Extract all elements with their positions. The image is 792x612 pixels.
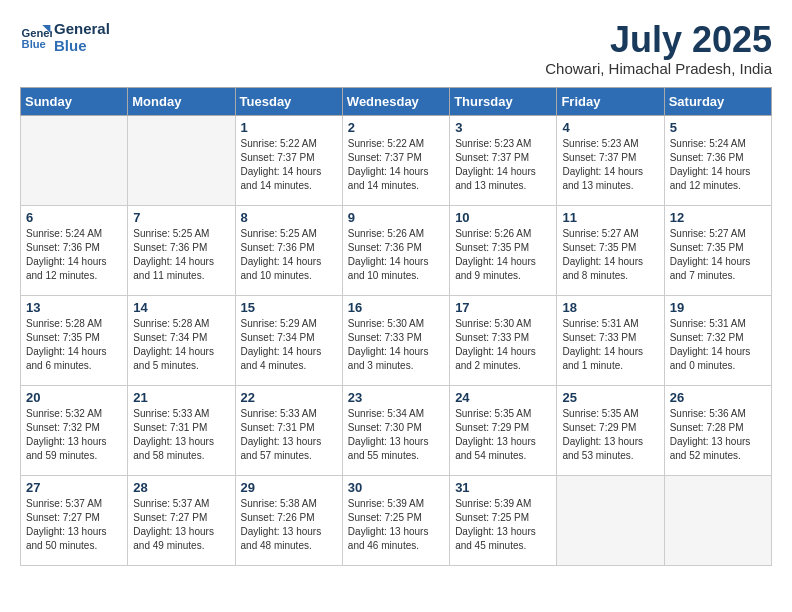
day-number: 23 xyxy=(348,390,444,405)
calendar-week-1: 1Sunrise: 5:22 AM Sunset: 7:37 PM Daylig… xyxy=(21,115,772,205)
day-info: Sunrise: 5:33 AM Sunset: 7:31 PM Dayligh… xyxy=(133,407,229,463)
day-number: 26 xyxy=(670,390,766,405)
day-number: 3 xyxy=(455,120,551,135)
day-number: 30 xyxy=(348,480,444,495)
calendar-cell: 31Sunrise: 5:39 AM Sunset: 7:25 PM Dayli… xyxy=(450,475,557,565)
month-year: July 2025 xyxy=(545,20,772,60)
day-number: 9 xyxy=(348,210,444,225)
day-info: Sunrise: 5:31 AM Sunset: 7:32 PM Dayligh… xyxy=(670,317,766,373)
svg-text:Blue: Blue xyxy=(22,38,46,50)
calendar-cell: 21Sunrise: 5:33 AM Sunset: 7:31 PM Dayli… xyxy=(128,385,235,475)
day-info: Sunrise: 5:22 AM Sunset: 7:37 PM Dayligh… xyxy=(348,137,444,193)
calendar-cell: 9Sunrise: 5:26 AM Sunset: 7:36 PM Daylig… xyxy=(342,205,449,295)
weekday-header-monday: Monday xyxy=(128,87,235,115)
day-number: 16 xyxy=(348,300,444,315)
day-info: Sunrise: 5:28 AM Sunset: 7:34 PM Dayligh… xyxy=(133,317,229,373)
logo-general: General xyxy=(54,20,110,37)
day-info: Sunrise: 5:31 AM Sunset: 7:33 PM Dayligh… xyxy=(562,317,658,373)
calendar-cell: 4Sunrise: 5:23 AM Sunset: 7:37 PM Daylig… xyxy=(557,115,664,205)
calendar-cell: 19Sunrise: 5:31 AM Sunset: 7:32 PM Dayli… xyxy=(664,295,771,385)
calendar-week-2: 6Sunrise: 5:24 AM Sunset: 7:36 PM Daylig… xyxy=(21,205,772,295)
day-info: Sunrise: 5:30 AM Sunset: 7:33 PM Dayligh… xyxy=(455,317,551,373)
calendar-cell xyxy=(128,115,235,205)
calendar-header-row: SundayMondayTuesdayWednesdayThursdayFrid… xyxy=(21,87,772,115)
day-info: Sunrise: 5:23 AM Sunset: 7:37 PM Dayligh… xyxy=(455,137,551,193)
day-info: Sunrise: 5:24 AM Sunset: 7:36 PM Dayligh… xyxy=(670,137,766,193)
weekday-header-thursday: Thursday xyxy=(450,87,557,115)
weekday-header-friday: Friday xyxy=(557,87,664,115)
calendar-cell: 17Sunrise: 5:30 AM Sunset: 7:33 PM Dayli… xyxy=(450,295,557,385)
calendar-cell xyxy=(557,475,664,565)
day-info: Sunrise: 5:37 AM Sunset: 7:27 PM Dayligh… xyxy=(133,497,229,553)
day-number: 14 xyxy=(133,300,229,315)
day-info: Sunrise: 5:33 AM Sunset: 7:31 PM Dayligh… xyxy=(241,407,337,463)
day-number: 10 xyxy=(455,210,551,225)
logo-icon: General Blue xyxy=(20,21,52,53)
title-block: July 2025 Chowari, Himachal Pradesh, Ind… xyxy=(545,20,772,77)
day-number: 18 xyxy=(562,300,658,315)
day-number: 17 xyxy=(455,300,551,315)
day-info: Sunrise: 5:27 AM Sunset: 7:35 PM Dayligh… xyxy=(670,227,766,283)
day-info: Sunrise: 5:29 AM Sunset: 7:34 PM Dayligh… xyxy=(241,317,337,373)
calendar-cell: 26Sunrise: 5:36 AM Sunset: 7:28 PM Dayli… xyxy=(664,385,771,475)
calendar-cell: 24Sunrise: 5:35 AM Sunset: 7:29 PM Dayli… xyxy=(450,385,557,475)
day-info: Sunrise: 5:39 AM Sunset: 7:25 PM Dayligh… xyxy=(455,497,551,553)
day-number: 22 xyxy=(241,390,337,405)
calendar-cell xyxy=(21,115,128,205)
day-number: 12 xyxy=(670,210,766,225)
day-info: Sunrise: 5:25 AM Sunset: 7:36 PM Dayligh… xyxy=(241,227,337,283)
day-number: 21 xyxy=(133,390,229,405)
calendar-cell: 29Sunrise: 5:38 AM Sunset: 7:26 PM Dayli… xyxy=(235,475,342,565)
page-header: General Blue General Blue July 2025 Chow… xyxy=(20,20,772,77)
day-number: 20 xyxy=(26,390,122,405)
calendar-cell: 23Sunrise: 5:34 AM Sunset: 7:30 PM Dayli… xyxy=(342,385,449,475)
calendar-cell: 28Sunrise: 5:37 AM Sunset: 7:27 PM Dayli… xyxy=(128,475,235,565)
logo-blue: Blue xyxy=(54,37,110,54)
day-number: 13 xyxy=(26,300,122,315)
day-info: Sunrise: 5:24 AM Sunset: 7:36 PM Dayligh… xyxy=(26,227,122,283)
calendar-cell: 15Sunrise: 5:29 AM Sunset: 7:34 PM Dayli… xyxy=(235,295,342,385)
day-info: Sunrise: 5:22 AM Sunset: 7:37 PM Dayligh… xyxy=(241,137,337,193)
day-info: Sunrise: 5:39 AM Sunset: 7:25 PM Dayligh… xyxy=(348,497,444,553)
calendar-cell: 13Sunrise: 5:28 AM Sunset: 7:35 PM Dayli… xyxy=(21,295,128,385)
day-info: Sunrise: 5:25 AM Sunset: 7:36 PM Dayligh… xyxy=(133,227,229,283)
calendar-cell: 14Sunrise: 5:28 AM Sunset: 7:34 PM Dayli… xyxy=(128,295,235,385)
day-number: 5 xyxy=(670,120,766,135)
day-info: Sunrise: 5:30 AM Sunset: 7:33 PM Dayligh… xyxy=(348,317,444,373)
calendar-cell: 10Sunrise: 5:26 AM Sunset: 7:35 PM Dayli… xyxy=(450,205,557,295)
day-number: 11 xyxy=(562,210,658,225)
weekday-header-sunday: Sunday xyxy=(21,87,128,115)
calendar-cell: 18Sunrise: 5:31 AM Sunset: 7:33 PM Dayli… xyxy=(557,295,664,385)
day-number: 25 xyxy=(562,390,658,405)
day-number: 24 xyxy=(455,390,551,405)
day-info: Sunrise: 5:37 AM Sunset: 7:27 PM Dayligh… xyxy=(26,497,122,553)
day-info: Sunrise: 5:27 AM Sunset: 7:35 PM Dayligh… xyxy=(562,227,658,283)
day-info: Sunrise: 5:32 AM Sunset: 7:32 PM Dayligh… xyxy=(26,407,122,463)
weekday-header-tuesday: Tuesday xyxy=(235,87,342,115)
calendar-cell: 3Sunrise: 5:23 AM Sunset: 7:37 PM Daylig… xyxy=(450,115,557,205)
weekday-header-saturday: Saturday xyxy=(664,87,771,115)
calendar-week-4: 20Sunrise: 5:32 AM Sunset: 7:32 PM Dayli… xyxy=(21,385,772,475)
day-number: 15 xyxy=(241,300,337,315)
calendar-cell xyxy=(664,475,771,565)
location: Chowari, Himachal Pradesh, India xyxy=(545,60,772,77)
day-info: Sunrise: 5:35 AM Sunset: 7:29 PM Dayligh… xyxy=(562,407,658,463)
calendar-week-5: 27Sunrise: 5:37 AM Sunset: 7:27 PM Dayli… xyxy=(21,475,772,565)
calendar-cell: 16Sunrise: 5:30 AM Sunset: 7:33 PM Dayli… xyxy=(342,295,449,385)
day-number: 2 xyxy=(348,120,444,135)
day-number: 4 xyxy=(562,120,658,135)
day-info: Sunrise: 5:26 AM Sunset: 7:35 PM Dayligh… xyxy=(455,227,551,283)
calendar-cell: 8Sunrise: 5:25 AM Sunset: 7:36 PM Daylig… xyxy=(235,205,342,295)
day-info: Sunrise: 5:38 AM Sunset: 7:26 PM Dayligh… xyxy=(241,497,337,553)
logo: General Blue General Blue xyxy=(20,20,110,55)
day-number: 1 xyxy=(241,120,337,135)
day-number: 7 xyxy=(133,210,229,225)
calendar-cell: 27Sunrise: 5:37 AM Sunset: 7:27 PM Dayli… xyxy=(21,475,128,565)
calendar-cell: 1Sunrise: 5:22 AM Sunset: 7:37 PM Daylig… xyxy=(235,115,342,205)
day-number: 19 xyxy=(670,300,766,315)
day-info: Sunrise: 5:35 AM Sunset: 7:29 PM Dayligh… xyxy=(455,407,551,463)
day-info: Sunrise: 5:36 AM Sunset: 7:28 PM Dayligh… xyxy=(670,407,766,463)
calendar-cell: 11Sunrise: 5:27 AM Sunset: 7:35 PM Dayli… xyxy=(557,205,664,295)
day-number: 8 xyxy=(241,210,337,225)
day-number: 29 xyxy=(241,480,337,495)
